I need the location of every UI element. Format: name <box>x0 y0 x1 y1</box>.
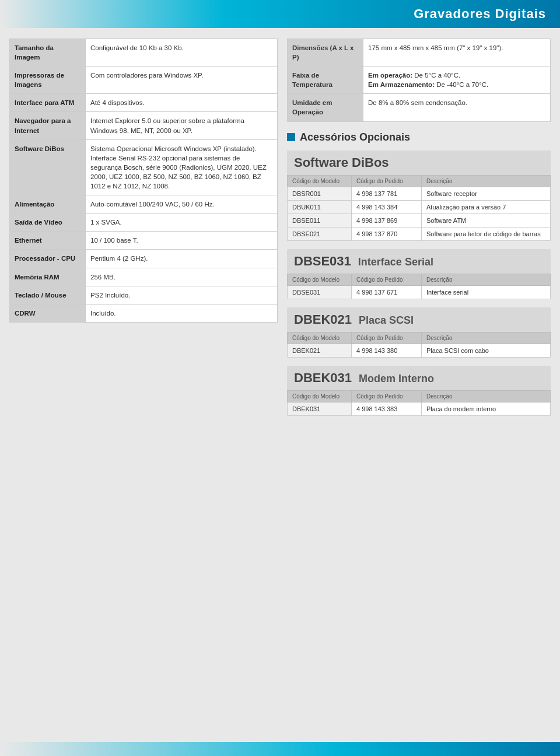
spec-value: PS2 Incluído. <box>86 286 278 304</box>
modem-interno-block: DBEK031Modem InternoCódigo do ModeloCódi… <box>287 366 551 416</box>
table-cell-description: Software para leitor de código de barras <box>422 227 551 240</box>
spec-row: Saída de Vídeo1 x SVGA. <box>10 214 278 232</box>
table-cell-order: 4 998 143 383 <box>352 402 422 415</box>
table-cell-order: 4 998 137 671 <box>352 285 422 299</box>
spec-row: Impressoras de ImagensCom controladores … <box>10 66 278 94</box>
spec-value: 10 / 100 base T. <box>86 232 278 250</box>
table-cell-model: DBSE021 <box>288 227 352 240</box>
table-cell-order: 4 998 137 869 <box>352 214 422 227</box>
spec-row: Memória RAM256 MB. <box>10 268 278 286</box>
spec-label: Navegador para a Internet <box>10 112 86 139</box>
page: Gravadores Digitais Tamanho da ImagemCon… <box>0 0 560 756</box>
spec-value: Sistema Operacional Microsoft Windows XP… <box>86 139 278 195</box>
spec-label: Faixa de Temperatura <box>288 66 363 94</box>
spec-value: Auto-comutável 100/240 VAC, 50 / 60 Hz. <box>86 195 278 214</box>
table-row: DBSR0014 998 137 781Software receptor <box>288 187 551 200</box>
spec-value: 175 mm x 485 mm x 485 mm (7" x 19" x 19"… <box>363 39 551 66</box>
table-cell-model: DBSE031 <box>288 285 352 299</box>
spec-row: Software DiBosSistema Operacional Micros… <box>10 139 278 195</box>
spec-label: Memória RAM <box>10 268 86 286</box>
spec-value: Configurável de 10 Kb a 30 Kb. <box>86 39 278 66</box>
table-row: DBSE0314 998 137 671Interface serial <box>288 285 551 299</box>
spec-value: De 8% a 80% sem condensação. <box>363 94 551 121</box>
table-cell-model: DBEK021 <box>288 344 352 357</box>
table-cell-model: DBSR001 <box>288 187 352 200</box>
page-title: Gravadores Digitais <box>414 6 546 22</box>
table-row: DBSE0114 998 137 869Software ATM <box>288 214 551 227</box>
spec-row: Umidade em OperaçãoDe 8% a 80% sem conde… <box>288 94 551 121</box>
table-col-header: Código do Pedido <box>352 175 422 187</box>
spec-label: Teclado / Mouse <box>10 286 86 304</box>
product-title-row: DBEK031Modem Interno <box>287 366 551 390</box>
spec-value: Incluído. <box>86 304 278 322</box>
product-blocks: Software DiBosCódigo do ModeloCódigo do … <box>287 150 551 416</box>
table-cell-description: Software ATM <box>422 214 551 227</box>
table-cell-description: Atualização para a versão 7 <box>422 200 551 214</box>
spec-value: Até 4 dispositivos. <box>86 94 278 112</box>
table-cell-order: 4 998 143 380 <box>352 344 422 357</box>
footer-bar <box>0 742 560 756</box>
spec-row: Interface para ATMAté 4 dispositivos. <box>10 94 278 112</box>
spec-label: Processador - CPU <box>10 250 86 268</box>
accessories-title: Acessórios Opcionais <box>300 131 410 144</box>
product-title-row: Software DiBos <box>287 150 551 175</box>
spec-value: Em operação: De 5°C a 40°C.Em Armazename… <box>363 66 551 94</box>
left-column: Tamanho da ImagemConfigurável de 10 Kb a… <box>9 38 278 424</box>
table-cell-description: Placa do modem interno <box>422 402 551 415</box>
table-cell-description: Software receptor <box>422 187 551 200</box>
product-name: Modem Interno <box>359 373 434 385</box>
spec-row: Ethernet10 / 100 base T. <box>10 232 278 250</box>
spec-label: Software DiBos <box>10 139 86 195</box>
product-table: Código do ModeloCódigo do PedidoDescriçã… <box>287 332 551 358</box>
table-cell-order: 4 998 137 870 <box>352 227 422 240</box>
table-col-header: Código do Pedido <box>352 390 422 402</box>
product-code: DBEK021 <box>294 312 352 327</box>
table-col-header: Código do Modelo <box>288 332 352 344</box>
product-title-row: DBSE031Interface Serial <box>287 249 551 274</box>
product-code: DBEK031 <box>294 370 352 386</box>
table-col-header: Código do Modelo <box>288 274 352 285</box>
spec-label: Alimentação <box>10 195 86 214</box>
spec-row: Teclado / MousePS2 Incluído. <box>10 286 278 304</box>
table-cell-model: DBSE011 <box>288 214 352 227</box>
spec-label: Interface para ATM <box>10 94 86 112</box>
table-row: DBEK0214 998 143 380Placa SCSI com cabo <box>288 344 551 357</box>
spec-label: Dimensões (A x L x P) <box>288 39 363 66</box>
table-cell-model: DBEK031 <box>288 402 352 415</box>
product-table: Código do ModeloCódigo do PedidoDescriçã… <box>287 274 551 299</box>
product-code: Software DiBos <box>294 155 389 170</box>
main-content: Tamanho da ImagemConfigurável de 10 Kb a… <box>0 38 560 433</box>
spec-label: CDRW <box>10 304 86 322</box>
placa-scsi-block: DBEK021Placa SCSICódigo do ModeloCódigo … <box>287 307 551 358</box>
product-table: Código do ModeloCódigo do PedidoDescriçã… <box>287 175 551 241</box>
product-table: Código do ModeloCódigo do PedidoDescriçã… <box>287 390 551 416</box>
spec-row: Dimensões (A x L x P)175 mm x 485 mm x 4… <box>288 39 551 66</box>
table-row: DBUK0114 998 143 384Atualização para a v… <box>288 200 551 214</box>
table-col-header: Código do Pedido <box>352 332 422 344</box>
right-column: Dimensões (A x L x P)175 mm x 485 mm x 4… <box>278 38 551 424</box>
spec-row: CDRWIncluído. <box>10 304 278 322</box>
table-col-header: Código do Modelo <box>288 175 352 187</box>
table-col-header: Código do Modelo <box>288 390 352 402</box>
interface-serial-block: DBSE031Interface SerialCódigo do ModeloC… <box>287 249 551 299</box>
table-col-header: Descrição <box>422 332 551 344</box>
table-cell-model: DBUK011 <box>288 200 352 214</box>
spec-row: Navegador para a InternetInternet Explor… <box>10 112 278 139</box>
spec-value: 1 x SVGA. <box>86 214 278 232</box>
table-col-header: Descrição <box>422 175 551 187</box>
spec-label: Umidade em Operação <box>288 94 363 121</box>
product-title-row: DBEK021Placa SCSI <box>287 307 551 332</box>
spec-value: Internet Explorer 5.0 ou superior sobre … <box>86 112 278 139</box>
product-name: Placa SCSI <box>359 314 414 327</box>
table-cell-order: 4 998 137 781 <box>352 187 422 200</box>
spec-row: Faixa de TemperaturaEm operação: De 5°C … <box>288 66 551 94</box>
table-col-header: Descrição <box>422 390 551 402</box>
table-col-header: Descrição <box>422 274 551 285</box>
spec-label: Impressoras de Imagens <box>10 66 86 94</box>
spec-label: Ethernet <box>10 232 86 250</box>
spec-label: Tamanho da Imagem <box>10 39 86 66</box>
spec-value: Com controladores para Windows XP. <box>86 66 278 94</box>
spec-value: Pentium 4 (2 GHz). <box>86 250 278 268</box>
table-cell-description: Placa SCSI com cabo <box>422 344 551 357</box>
table-row: DBEK0314 998 143 383Placa do modem inter… <box>288 402 551 415</box>
